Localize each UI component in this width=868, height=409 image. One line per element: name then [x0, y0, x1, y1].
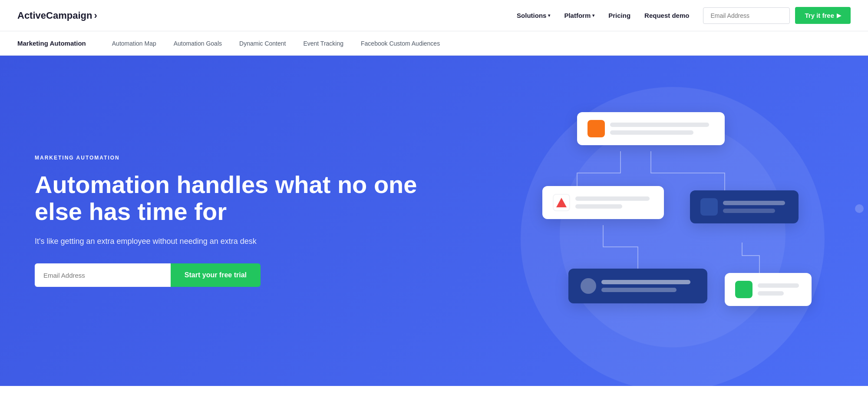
- card-line: [758, 291, 784, 296]
- red-triangle-icon: [553, 194, 570, 211]
- sub-nav-links: Automation Map Automation Goals Dynamic …: [112, 40, 440, 47]
- card-line: [575, 204, 622, 209]
- green-icon: [735, 281, 752, 298]
- dark-blue-icon: [700, 198, 718, 216]
- card-lines: [610, 123, 714, 135]
- sub-navigation: Marketing Automation Automation Map Auto…: [0, 31, 868, 56]
- hero-section: MARKETING AUTOMATION Automation handles …: [0, 56, 868, 386]
- card-lines: [601, 280, 695, 292]
- hero-content: MARKETING AUTOMATION Automation handles …: [0, 56, 477, 386]
- top-navigation: ActiveCampaign › Solutions ▾ Platform ▾ …: [0, 0, 868, 31]
- hero-form: Start your free trial: [35, 263, 261, 287]
- diag-card-email: [568, 269, 707, 303]
- subnav-event-tracking[interactable]: Event Tracking: [303, 40, 343, 47]
- decorative-circle: [855, 204, 864, 213]
- hero-email-input[interactable]: [35, 263, 171, 287]
- card-lines: [575, 196, 653, 209]
- nav-solutions[interactable]: Solutions ▾: [517, 12, 550, 19]
- card-line: [758, 283, 799, 288]
- nav-email-input[interactable]: [703, 7, 790, 24]
- hero-cta-button[interactable]: Start your free trial: [171, 263, 261, 287]
- arrow-icon: ▶: [837, 12, 841, 19]
- hero-illustration: [477, 56, 868, 386]
- automation-diagram: [542, 99, 803, 342]
- chevron-down-icon: ▾: [548, 13, 550, 18]
- nav-pricing[interactable]: Pricing: [608, 12, 630, 19]
- hero-subline: It's like getting an extra employee with…: [35, 237, 261, 246]
- card-lines: [723, 201, 788, 213]
- logo-text: ActiveCampaign: [17, 10, 92, 21]
- diag-card-condition: [542, 186, 664, 219]
- subnav-dynamic-content[interactable]: Dynamic Content: [239, 40, 286, 47]
- card-line: [601, 288, 677, 292]
- logo[interactable]: ActiveCampaign ›: [17, 10, 97, 21]
- card-line: [575, 196, 650, 201]
- nav-try-button[interactable]: Try it free ▶: [795, 7, 851, 24]
- diag-card-action: [690, 190, 799, 223]
- logo-arrow: ›: [94, 10, 97, 21]
- subnav-automation-map[interactable]: Automation Map: [112, 40, 156, 47]
- triangle-shape: [556, 198, 567, 207]
- circle-dot-icon: [581, 278, 596, 294]
- card-line: [610, 123, 709, 127]
- nav-request-demo[interactable]: Request demo: [644, 12, 689, 19]
- card-line: [601, 280, 690, 284]
- hero-headline: Automation handles what no one else has …: [35, 171, 451, 225]
- card-line: [723, 209, 775, 213]
- nav-cta-group: Try it free ▶: [703, 7, 851, 24]
- orange-icon: [587, 120, 605, 137]
- sub-nav-title: Marketing Automation: [17, 40, 86, 47]
- chevron-down-icon: ▾: [592, 13, 594, 18]
- diag-card-trigger: [577, 112, 725, 145]
- subnav-automation-goals[interactable]: Automation Goals: [174, 40, 222, 47]
- nav-links: Solutions ▾ Platform ▾ Pricing Request d…: [517, 12, 689, 19]
- card-lines: [758, 283, 801, 296]
- nav-platform[interactable]: Platform ▾: [564, 12, 594, 19]
- hero-eyebrow: MARKETING AUTOMATION: [35, 155, 451, 161]
- subnav-facebook-audiences[interactable]: Facebook Custom Audiences: [361, 40, 440, 47]
- diag-card-success: [725, 273, 812, 306]
- card-line: [723, 201, 785, 205]
- card-line: [610, 130, 693, 135]
